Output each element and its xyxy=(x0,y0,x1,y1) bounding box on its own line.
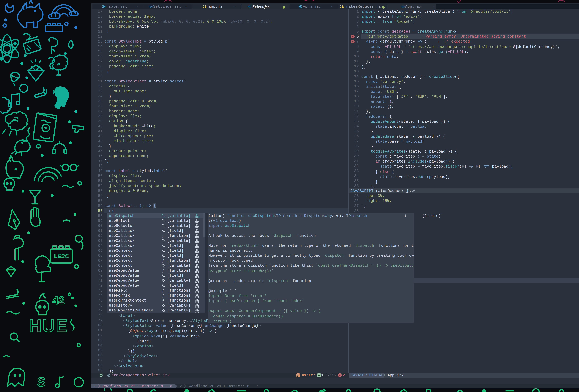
svg-text:42: 42 xyxy=(52,294,65,306)
svg-text:HUE: HUE xyxy=(29,316,69,336)
svg-text:LEGO: LEGO xyxy=(54,253,69,259)
svg-text:S: S xyxy=(37,375,46,389)
